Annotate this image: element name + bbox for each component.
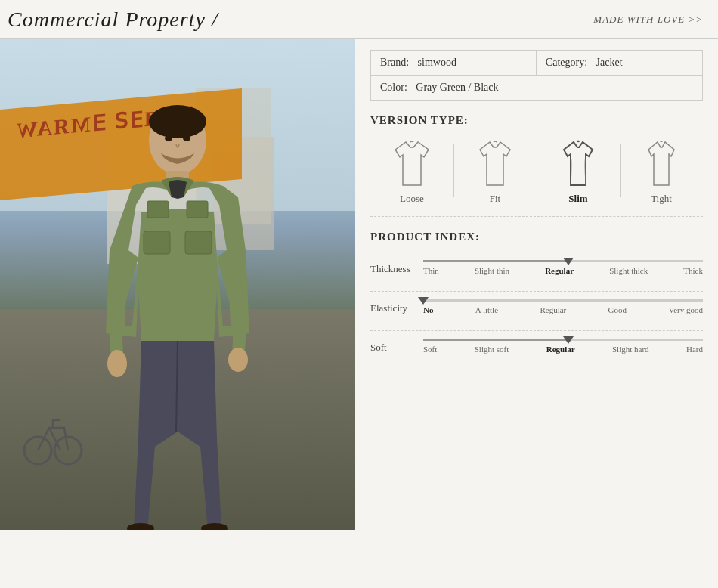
tick-hard: Hard (686, 345, 703, 354)
version-slim[interactable]: Slim (537, 136, 620, 205)
thickness-row: Thickness Thin Slight thin Regular Sligh… (370, 260, 703, 277)
soft-labels: Soft Slight soft Regular Slight hard Har… (423, 345, 703, 354)
tick-regular-soft: Regular (546, 345, 575, 354)
version-type-selector: Loose Fit Slim (370, 136, 703, 217)
tick-good: Good (608, 305, 627, 314)
loose-label: Loose (400, 193, 424, 205)
elasticity-slider: No A little Regular Good Very good (423, 299, 703, 317)
elasticity-row: Elasticity No A little Regular Good Very… (370, 299, 703, 317)
thickness-label: Thickness (370, 263, 423, 275)
svg-point-13 (201, 523, 228, 530)
elasticity-label: Elasticity (370, 302, 423, 314)
man-silhouette (79, 99, 276, 530)
brand-row: Brand: simwood Category: Jacket (371, 51, 703, 76)
tick-slight-thin: Slight thin (475, 266, 509, 275)
header: Commercial Property / MADE WITH LOVE >> (0, 0, 718, 39)
color-value: Gray Green / Black (416, 82, 498, 93)
version-tight[interactable]: Tight (620, 136, 703, 205)
brand-label: Brand: (380, 57, 409, 68)
color-cell: Color: Gray Green / Black (371, 76, 703, 101)
divider-1 (370, 291, 703, 292)
svg-point-1 (149, 105, 206, 138)
thickness-labels: Thin Slight thin Regular Slight thick Th… (423, 266, 703, 275)
svg-rect-3 (144, 231, 170, 254)
soft-row: Soft Soft Slight soft Regular Slight har… (370, 339, 703, 356)
info-table: Brand: simwood Category: Jacket Color: G… (370, 50, 703, 101)
divider-3 (370, 370, 703, 370)
tick-slight-soft: Slight soft (475, 345, 509, 354)
tick-thin: Thin (423, 266, 439, 275)
svg-rect-6 (187, 201, 208, 218)
version-type-title: VERSION TYPE: (370, 114, 703, 127)
thickness-slider: Thin Slight thin Regular Slight thick Th… (423, 260, 703, 277)
category-value: Jacket (596, 57, 623, 68)
color-row: Color: Gray Green / Black (371, 76, 703, 101)
soft-track (423, 339, 703, 341)
soft-slider: Soft Slight soft Regular Slight hard Har… (423, 339, 703, 356)
tight-tshirt-icon (639, 136, 684, 193)
tick-no: No (423, 305, 433, 314)
product-index-section: Thickness Thin Slight thin Regular Sligh… (370, 252, 703, 370)
divider-2 (370, 330, 703, 331)
svg-rect-4 (185, 231, 212, 254)
elasticity-labels: No A little Regular Good Very good (423, 305, 703, 314)
tick-regular-thickness: Regular (545, 266, 574, 275)
version-fit[interactable]: Fit (453, 136, 537, 205)
main-content: ƎKЯƎƧ ƎMЯAW (0, 39, 718, 530)
tick-slight-hard: Slight hard (612, 345, 649, 354)
thickness-fill (423, 260, 568, 262)
product-index-title: PRODUCT INDEX: (370, 231, 703, 243)
brand-value: simwood (418, 57, 456, 68)
slim-tshirt-icon (556, 136, 601, 193)
tick-regular-elasticity: Regular (540, 305, 566, 314)
tick-soft: Soft (423, 345, 437, 354)
tick-slight-thick: Slight thick (609, 266, 648, 275)
svg-point-11 (183, 135, 190, 141)
soft-fill (423, 339, 568, 341)
tick-very-good: Very good (668, 305, 703, 314)
thickness-track (423, 260, 703, 262)
soft-label: Soft (370, 342, 423, 354)
tick-a-little: A little (475, 305, 498, 314)
version-loose[interactable]: Loose (370, 136, 453, 205)
color-label: Color: (380, 82, 407, 93)
page-title: Commercial Property / (8, 8, 218, 32)
fit-label: Fit (490, 193, 500, 205)
brand-cell: Brand: simwood (371, 51, 537, 76)
soft-thumb (563, 336, 574, 344)
category-label: Category: (546, 57, 587, 68)
fit-tshirt-icon (472, 136, 518, 193)
product-image: ƎKЯƎƧ ƎMЯAW (0, 39, 355, 530)
header-tagline: MADE WITH LOVE >> (593, 14, 703, 26)
elasticity-track (423, 299, 703, 302)
svg-point-7 (107, 350, 127, 377)
svg-rect-5 (147, 201, 169, 218)
tick-thick: Thick (683, 266, 703, 275)
svg-point-10 (165, 135, 172, 141)
svg-point-12 (127, 523, 154, 530)
elasticity-thumb (418, 297, 429, 305)
loose-tshirt-icon (389, 136, 435, 193)
bike-silhouette (23, 409, 83, 469)
thickness-thumb (563, 258, 574, 265)
svg-point-8 (228, 348, 248, 372)
slim-label: Slim (568, 193, 587, 205)
detail-panel: Brand: simwood Category: Jacket Color: G… (355, 39, 718, 530)
category-cell: Category: Jacket (536, 51, 702, 76)
tight-label: Tight (651, 193, 672, 205)
product-image-panel: ƎKЯƎƧ ƎMЯAW (0, 39, 355, 530)
